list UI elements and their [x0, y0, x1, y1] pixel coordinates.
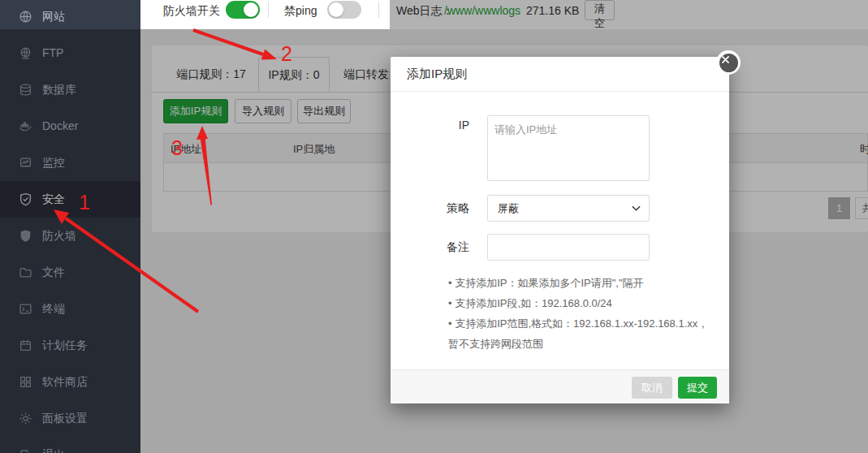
ip-input[interactable]: [487, 115, 650, 181]
firewall-switch-label: 防火墙开关: [163, 4, 220, 19]
ping-toggle[interactable]: [327, 1, 361, 19]
chevron-down-icon: [632, 205, 641, 212]
divider: [378, 2, 379, 18]
modal-title: 添加IP规则: [407, 67, 467, 82]
ping-switch-label: 禁ping: [284, 4, 317, 19]
firewall-toggle[interactable]: [226, 1, 260, 19]
divider: [268, 2, 269, 18]
strategy-field-label: 策略: [421, 201, 469, 216]
strategy-selected-value: 屏蔽: [498, 202, 519, 214]
submit-button[interactable]: 提交: [678, 377, 717, 399]
add-ip-rule-modal: 添加IP规则 IP 策略 屏蔽 备注 支持添加IP：如果添加多个IP请用","隔…: [391, 57, 729, 403]
remark-input[interactable]: [487, 234, 650, 261]
modal-backdrop: [390, 0, 868, 29]
help-bullet-list: 支持添加IP：如果添加多个IP请用","隔开 支持添加IP段,如：192.168…: [448, 273, 718, 354]
globe-icon: [19, 10, 32, 24]
modal-footer: 取消 提交: [391, 369, 729, 403]
close-icon[interactable]: [716, 50, 741, 75]
cancel-button[interactable]: 取消: [632, 377, 672, 399]
toggle-knob: [244, 2, 258, 17]
ip-field-label: IP: [421, 119, 469, 132]
toggle-knob: [329, 2, 343, 17]
help-bullet: 支持添加IP范围,格式如：192.168.1.xx-192.168.1.xx，暂…: [448, 313, 718, 354]
strategy-select[interactable]: 屏蔽: [487, 195, 650, 222]
help-bullet: 支持添加IP：如果添加多个IP请用","隔开: [448, 273, 718, 293]
remark-field-label: 备注: [421, 240, 469, 255]
modal-header: 添加IP规则: [391, 57, 729, 92]
sidebar-item-label: 网站: [42, 10, 65, 24]
help-bullet: 支持添加IP段,如：192.168.0.0/24: [448, 293, 718, 313]
